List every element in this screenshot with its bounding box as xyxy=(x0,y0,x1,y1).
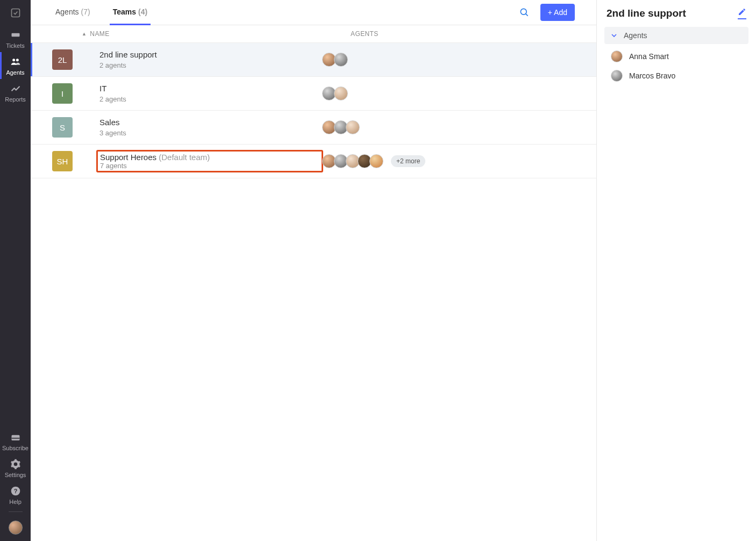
team-row[interactable]: SHSupport Heroes (Default team)7 agents+… xyxy=(31,145,596,178)
chevron-down-icon xyxy=(610,31,618,40)
agent-item[interactable]: Anna Smart xyxy=(608,49,745,63)
nav-tickets[interactable]: Tickets xyxy=(0,25,31,52)
svg-point-3 xyxy=(16,59,18,61)
agent-name: Anna Smart xyxy=(629,52,669,61)
highlight-box: Support Heroes (Default team)7 agents xyxy=(96,150,323,172)
team-agent-avatars xyxy=(320,86,575,100)
svg-line-9 xyxy=(525,14,527,16)
nav-reports[interactable]: Reports xyxy=(0,79,31,106)
table-header: ▲ NAME AGENTS xyxy=(31,25,596,43)
team-agent-avatars xyxy=(320,53,575,67)
column-name-label: NAME xyxy=(90,30,109,38)
avatar xyxy=(611,51,623,62)
detail-title: 2nd line support xyxy=(607,8,686,19)
team-name: 2nd line support xyxy=(99,50,320,59)
nav-settings-label: Settings xyxy=(5,472,26,478)
svg-rect-5 xyxy=(11,438,19,439)
team-row[interactable]: 2L2nd line support2 agents xyxy=(31,43,596,77)
svg-text:?: ? xyxy=(13,488,17,494)
detail-header: 2nd line support xyxy=(604,8,748,27)
team-info: IT2 agents xyxy=(99,84,320,103)
nav-reports-label: Reports xyxy=(5,96,26,103)
tab-teams[interactable]: Teams (4) xyxy=(110,0,151,25)
agent-name: Marcos Bravo xyxy=(629,71,675,80)
avatar xyxy=(369,154,383,168)
agent-item[interactable]: Marcos Bravo xyxy=(608,69,745,83)
edit-icon[interactable] xyxy=(738,8,746,19)
team-badge: I xyxy=(52,83,73,104)
avatar xyxy=(611,70,623,82)
team-agent-avatars xyxy=(320,120,575,134)
column-agents-label: AGENTS xyxy=(351,30,379,38)
tab-agents[interactable]: Agents (7) xyxy=(52,0,94,25)
sort-asc-icon: ▲ xyxy=(82,31,87,37)
topbar: Agents (7) Teams (4) + Add xyxy=(31,0,596,25)
team-subtitle: 2 agents xyxy=(99,95,320,103)
app-logo xyxy=(0,0,31,25)
team-info: Sales3 agents xyxy=(99,118,320,137)
nav-agents[interactable]: Agents xyxy=(0,52,31,79)
svg-rect-1 xyxy=(11,33,19,37)
detail-panel: 2nd line support Agents Anna SmartMarcos… xyxy=(597,0,756,541)
team-row[interactable]: IIT2 agents xyxy=(31,77,596,111)
column-name[interactable]: ▲ NAME xyxy=(82,30,302,38)
avatar xyxy=(346,120,360,134)
team-row[interactable]: SSales3 agents xyxy=(31,111,596,145)
agent-list: Anna SmartMarcos Bravo xyxy=(604,44,748,88)
tab-agents-label: Agents xyxy=(55,8,79,16)
section-agents-label: Agents xyxy=(624,31,647,40)
more-agents-chip[interactable]: +2 more xyxy=(391,155,425,167)
tab-teams-count: (4) xyxy=(138,8,147,16)
avatar xyxy=(334,53,348,67)
nav-tickets-label: Tickets xyxy=(6,42,24,49)
nav-divider xyxy=(9,511,23,512)
svg-rect-0 xyxy=(11,9,19,17)
team-name: IT xyxy=(99,84,320,93)
tab-agents-count: (7) xyxy=(81,8,90,16)
team-list: 2L2nd line support2 agentsIIT2 agentsSSa… xyxy=(31,43,596,178)
avatar xyxy=(334,86,348,100)
tab-teams-label: Teams xyxy=(113,8,136,16)
team-subtitle: 3 agents xyxy=(99,129,320,137)
section-agents-toggle[interactable]: Agents xyxy=(604,27,748,44)
svg-rect-4 xyxy=(11,435,19,441)
team-agent-avatars: +2 more xyxy=(320,154,575,168)
svg-point-8 xyxy=(520,9,526,15)
main-column: Agents (7) Teams (4) + Add ▲ NAME AGENTS… xyxy=(31,0,597,541)
team-badge: SH xyxy=(52,151,73,171)
nav-settings[interactable]: Settings xyxy=(0,455,31,481)
team-subtitle: 2 agents xyxy=(99,61,320,69)
team-name-suffix: (Default team) xyxy=(156,153,210,162)
add-button[interactable]: + Add xyxy=(540,4,575,21)
team-subtitle: 7 agents xyxy=(100,162,319,170)
svg-point-2 xyxy=(12,59,15,61)
team-name: Support Heroes (Default team) xyxy=(100,153,319,162)
nav-subscribe-label: Subscribe xyxy=(2,445,28,451)
team-badge: 2L xyxy=(52,49,73,70)
nav-agents-label: Agents xyxy=(6,69,24,76)
team-info: 2nd line support2 agents xyxy=(99,50,320,69)
team-badge: S xyxy=(52,117,73,138)
search-icon[interactable] xyxy=(515,3,534,22)
team-name: Sales xyxy=(99,118,320,127)
team-info: Support Heroes (Default team)7 agents xyxy=(99,152,320,170)
current-user-avatar[interactable] xyxy=(9,521,23,535)
nav-help-label: Help xyxy=(9,499,22,505)
nav-help[interactable]: ? Help xyxy=(0,481,31,508)
column-agents[interactable]: AGENTS xyxy=(302,30,575,38)
nav-sidebar: Tickets Agents Reports Subscribe Setting… xyxy=(0,0,31,541)
nav-subscribe[interactable]: Subscribe xyxy=(0,428,31,455)
